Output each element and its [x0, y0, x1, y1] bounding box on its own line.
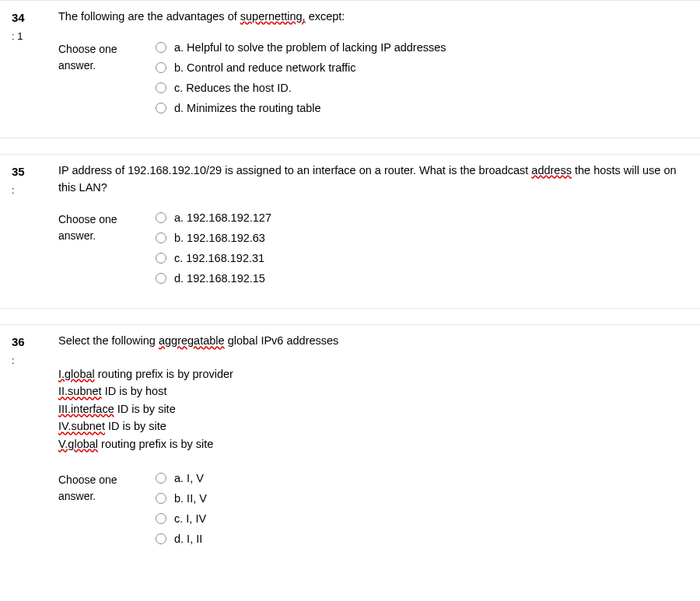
question-35: 35 : IP address of 192.168.192.10/29 is …	[0, 154, 700, 309]
option-a[interactable]: a. I, V	[156, 472, 688, 484]
choose-label: Choose one answer.	[58, 211, 156, 244]
statement-5: V.global routing prefix is by site	[58, 435, 688, 452]
question-number: 35	[12, 162, 58, 181]
choose-label: Choose one answer.	[58, 41, 156, 74]
question-content: IP address of 192.168.192.10/29 is assig…	[58, 162, 688, 293]
option-label: d. I, II	[174, 533, 202, 545]
option-label: a. Helpful to solve the problem of lacki…	[174, 41, 446, 54]
statements: I.global routing prefix is by provider I…	[58, 365, 688, 452]
radio-icon[interactable]	[156, 82, 166, 93]
option-label: a. 192.168.192.127	[174, 211, 271, 224]
option-label: a. I, V	[174, 472, 204, 484]
question-36: 36 : Select the following aggregatable g…	[0, 324, 700, 568]
radio-icon[interactable]	[156, 513, 166, 524]
radio-icon[interactable]	[156, 493, 166, 504]
question-number-col: 36 :	[12, 333, 58, 553]
option-label: c. 192.168.192.31	[174, 252, 264, 264]
option-d[interactable]: d. Minimizes the routing table	[156, 102, 688, 114]
choose-label: Choose one answer.	[58, 472, 156, 505]
question-text: The following are the advantages of supe…	[58, 9, 688, 26]
question-number-col: 34 : 1	[12, 9, 58, 122]
answer-row: Choose one answer. a. Helpful to solve t…	[58, 41, 688, 122]
radio-icon[interactable]	[156, 232, 166, 243]
question-text: IP address of 192.168.192.10/29 is assig…	[58, 162, 688, 197]
option-label: b. Control and reduce network traffic	[174, 61, 355, 74]
option-d[interactable]: d. I, II	[156, 533, 688, 545]
question-sub: :	[12, 353, 58, 369]
squiggle-word: address	[531, 164, 572, 176]
option-c[interactable]: c. 192.168.192.31	[156, 252, 688, 264]
statement-4: IV.subnet ID is by site	[58, 418, 688, 435]
answer-row: Choose one answer. a. I, V b. II, V c. I…	[58, 472, 688, 553]
statement-3: III.interface ID is by site	[58, 400, 688, 418]
question-number: 34	[12, 9, 58, 27]
question-sub: : 1	[12, 29, 58, 45]
options: a. 192.168.192.127 b. 192.168.192.63 c. …	[156, 211, 688, 292]
options: a. Helpful to solve the problem of lacki…	[156, 41, 688, 122]
question-number: 36	[12, 333, 58, 351]
radio-icon[interactable]	[156, 253, 166, 264]
radio-icon[interactable]	[156, 273, 166, 284]
question-content: The following are the advantages of supe…	[58, 9, 688, 122]
squiggle-word: supernetting,	[240, 10, 306, 23]
option-b[interactable]: b. 192.168.192.63	[156, 232, 688, 244]
radio-icon[interactable]	[156, 62, 166, 73]
option-label: b. 192.168.192.63	[174, 232, 265, 244]
radio-icon[interactable]	[156, 533, 166, 544]
question-text: Select the following aggregatable global…	[58, 333, 688, 350]
option-b[interactable]: b. Control and reduce network traffic	[156, 61, 688, 74]
options: a. I, V b. II, V c. I, IV d. I, II	[156, 472, 688, 553]
option-label: d. 192.168.192.15	[174, 272, 265, 285]
radio-icon[interactable]	[156, 42, 166, 53]
option-a[interactable]: a. Helpful to solve the problem of lacki…	[156, 41, 688, 54]
squiggle-word: aggregatable	[159, 334, 225, 347]
option-label: c. Reduces the host ID.	[174, 82, 292, 94]
option-c[interactable]: c. Reduces the host ID.	[156, 82, 688, 94]
option-label: d. Minimizes the routing table	[174, 102, 321, 114]
question-sub: :	[12, 183, 58, 199]
radio-icon[interactable]	[156, 212, 166, 223]
option-label: c. I, IV	[174, 512, 206, 525]
option-c[interactable]: c. I, IV	[156, 512, 688, 525]
question-number-col: 35 :	[12, 162, 58, 293]
question-content: Select the following aggregatable global…	[58, 333, 688, 553]
option-a[interactable]: a. 192.168.192.127	[156, 211, 688, 224]
statement-2: II.subnet ID is by host	[58, 383, 688, 400]
option-label: b. II, V	[174, 492, 207, 505]
question-34: 34 : 1 The following are the advantages …	[0, 0, 700, 138]
statement-1: I.global routing prefix is by provider	[58, 365, 688, 383]
radio-icon[interactable]	[156, 473, 166, 484]
radio-icon[interactable]	[156, 103, 166, 114]
option-b[interactable]: b. II, V	[156, 492, 688, 505]
answer-row: Choose one answer. a. 192.168.192.127 b.…	[58, 211, 688, 292]
option-d[interactable]: d. 192.168.192.15	[156, 272, 688, 285]
